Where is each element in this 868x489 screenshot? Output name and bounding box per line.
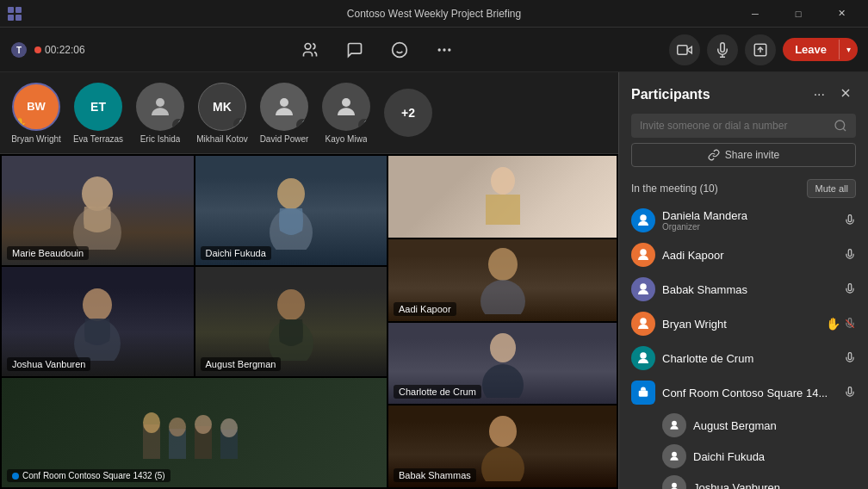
strip-item-eric[interactable]: 🎤 Eric Ishida: [134, 83, 186, 144]
panel-more-button[interactable]: ···: [810, 84, 828, 106]
pl-sub-item-august[interactable]: August Bergman: [626, 410, 861, 441]
kayo-mic-icon: 🎤: [358, 119, 370, 131]
conf-dot-icon: [12, 473, 19, 480]
pl-sub-item-joshua[interactable]: Joshua Vanburen: [626, 472, 861, 489]
panel-title: Participants: [631, 87, 710, 102]
svg-point-26: [83, 288, 112, 321]
svg-point-33: [169, 418, 186, 436]
leave-chevron-icon[interactable]: ▾: [839, 40, 858, 59]
video-cell-daichi[interactable]: Daichi Fukuda: [195, 156, 388, 265]
charlotte-pl-avatar: [631, 346, 655, 370]
invite-input-row: [631, 114, 856, 138]
people-icon: [301, 41, 319, 59]
close-button[interactable]: ✕: [822, 0, 861, 28]
react-button[interactable]: [384, 38, 415, 62]
conf-actions: [844, 387, 856, 399]
panel-more-icon: ···: [814, 87, 825, 102]
svg-point-37: [220, 418, 238, 437]
hand-raised-icon: ✋: [14, 117, 27, 129]
more-participants-icon: +2: [384, 89, 432, 137]
august-pl-avatar: [662, 413, 686, 437]
video-cell-side-top[interactable]: [388, 156, 617, 238]
daniela-avatar: [631, 208, 655, 232]
strip-item-david[interactable]: 🎤 David Power: [258, 83, 310, 144]
share-icon: [753, 42, 768, 58]
pl-item-charlotte[interactable]: Charlotte de Crum: [626, 341, 861, 375]
participants-strip: BW ✋ Bryan Wright ET Eva Terrazas 🎤 Eric…: [0, 72, 618, 154]
conf-pl-name: Conf Room Contoso Square 14...: [662, 387, 837, 399]
toolbar-center: [294, 38, 460, 62]
panel-close-button[interactable]: [835, 83, 856, 107]
svg-point-11: [443, 48, 445, 51]
svg-point-58: [672, 452, 677, 457]
invite-input[interactable]: [640, 120, 827, 132]
people-button[interactable]: [294, 38, 326, 62]
pl-sub-item-daichi[interactable]: Daichi Fukuda: [626, 441, 861, 472]
video-cell-conf[interactable]: Conf Room Contoso Square 1432 (5): [2, 378, 387, 487]
chat-icon: [346, 41, 363, 59]
video-cell-joshua[interactable]: Joshua Vanburen: [2, 267, 194, 376]
teams-logo-icon: T: [10, 41, 28, 59]
mic-button[interactable]: [707, 34, 738, 65]
call-timer: 00:22:06: [34, 44, 85, 56]
aadi-info: Aadi Kapoor: [662, 249, 837, 262]
strip-item-mikhail[interactable]: MK 🎤 Mikhail Kotov: [196, 83, 248, 144]
svg-point-10: [437, 48, 440, 51]
babak-pl-avatar: [631, 277, 655, 301]
babak-pl-name: Babak Shammas: [662, 283, 837, 296]
video-cell-babak[interactable]: Babak Shammas: [388, 405, 617, 487]
mikhail-mic-icon: 🎤: [233, 118, 245, 130]
pl-item-babak[interactable]: Babak Shammas: [626, 272, 861, 306]
joshua-pl-avatar: [662, 475, 686, 489]
minimize-button[interactable]: ─: [735, 0, 775, 28]
eric-name: Eric Ishida: [140, 134, 181, 144]
babak-actions: [844, 283, 856, 295]
bryan-pl-name: Bryan Wright: [662, 318, 819, 331]
strip-item-eva[interactable]: ET Eva Terrazas: [72, 83, 124, 144]
daniela-mic-icon: [844, 214, 856, 226]
chat-button[interactable]: [339, 38, 370, 62]
title-bar: Contoso West Weekly Project Briefing ─ □…: [0, 0, 868, 28]
maximize-button[interactable]: □: [778, 0, 818, 28]
share-invite-button[interactable]: Share invite: [631, 143, 856, 167]
video-cell-aadi[interactable]: Aadi Kapoor: [388, 239, 617, 321]
eva-avatar: ET: [74, 83, 122, 131]
mute-all-button[interactable]: Mute all: [807, 179, 856, 198]
pl-item-daniela[interactable]: Daniela Mandera Organizer: [626, 203, 861, 238]
david-mic-icon: 🎤: [296, 119, 308, 131]
participant-list: Daniela Mandera Organizer Aadi Kapoor: [619, 203, 868, 489]
camera-button[interactable]: [669, 34, 700, 65]
daniela-name: Daniela Mandera: [662, 209, 837, 222]
svg-point-31: [143, 412, 160, 433]
joshua-pl-name: Joshua Vanburen: [693, 481, 780, 490]
leave-label: Leave: [783, 38, 839, 61]
main-video-grid: Marie Beaudouin Daichi Fukuda Joshua Van…: [2, 156, 387, 487]
toolbar-right: Leave ▾: [669, 34, 858, 65]
strip-item-bryan[interactable]: BW ✋ Bryan Wright: [10, 83, 62, 144]
pl-item-conf[interactable]: Conf Room Contoso Square 14...: [626, 375, 861, 410]
strip-item-more[interactable]: +2: [382, 89, 434, 137]
svg-point-19: [156, 98, 164, 107]
search-icon: [834, 119, 847, 133]
leave-call-button[interactable]: Leave ▾: [783, 38, 858, 61]
svg-line-49: [843, 128, 846, 131]
charlotte-label: Charlotte de Crum: [394, 385, 481, 399]
bryan-mic-icon: [844, 318, 856, 330]
svg-point-7: [393, 42, 407, 57]
svg-point-22: [82, 176, 113, 211]
pl-item-aadi[interactable]: Aadi Kapoor: [626, 238, 861, 272]
conf-info: Conf Room Contoso Square 14...: [662, 387, 837, 399]
svg-point-45: [481, 447, 524, 481]
more-button[interactable]: [429, 38, 460, 62]
strip-item-kayo[interactable]: 🎤 Kayo Miwa: [320, 83, 372, 144]
video-cell-august[interactable]: August Bergman: [195, 267, 388, 376]
pl-item-bryan[interactable]: Bryan Wright ✋: [626, 306, 861, 341]
svg-point-44: [489, 416, 517, 447]
svg-point-43: [482, 364, 524, 398]
video-cell-marie[interactable]: Marie Beaudouin: [2, 156, 194, 265]
video-cell-charlotte[interactable]: Charlotte de Crum: [388, 323, 617, 405]
eva-name: Eva Terrazas: [73, 134, 123, 144]
conf-mic-icon: [844, 387, 856, 399]
share-button[interactable]: [745, 34, 776, 65]
close-icon: [839, 86, 852, 100]
